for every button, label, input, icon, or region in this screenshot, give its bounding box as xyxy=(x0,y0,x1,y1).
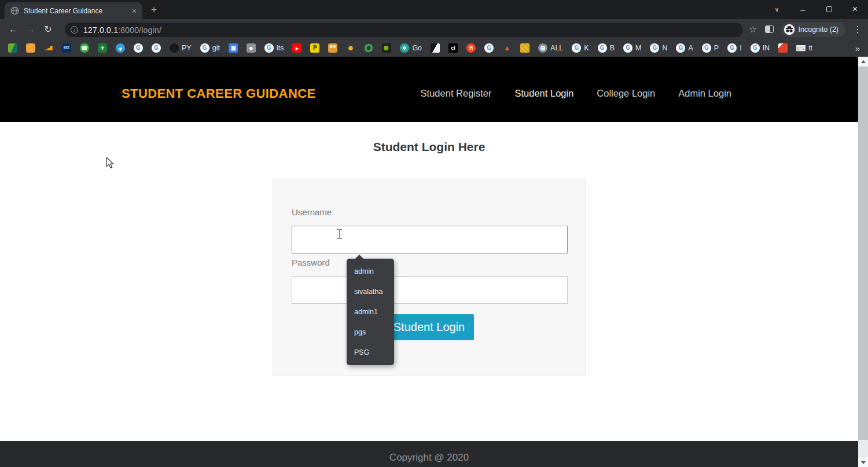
username-field[interactable] xyxy=(292,226,568,253)
new-tab-button[interactable]: + xyxy=(147,3,161,17)
tab-close-icon[interactable]: × xyxy=(132,7,137,15)
google-icon: G xyxy=(152,43,161,53)
youtube-icon: ▶ xyxy=(292,43,301,53)
bookmark-item[interactable] xyxy=(382,43,391,53)
back-icon[interactable]: ← xyxy=(5,24,22,35)
bookmark-item[interactable]: P xyxy=(310,43,319,53)
nav-student-login[interactable]: Student Login xyxy=(515,88,574,99)
site-info-icon[interactable]: i xyxy=(71,26,78,34)
side-panel-icon[interactable] xyxy=(765,25,774,33)
bookmark-item[interactable]: G IN xyxy=(751,43,770,53)
bookmark-item[interactable]: G xyxy=(484,43,494,53)
bookmark-item[interactable]: G xyxy=(134,43,143,53)
typewriter-icon: ⌨ xyxy=(796,43,806,53)
blue-frame-icon: ▤ xyxy=(229,43,238,53)
scrollbar-thumb[interactable] xyxy=(858,67,868,440)
window-controls: ∨ – × xyxy=(764,0,868,19)
scroll-down-arrow[interactable] xyxy=(858,458,868,467)
url-text[interactable]: 127.0.0.1:8000/login/ xyxy=(83,25,161,35)
nav-student-register[interactable]: Student Register xyxy=(421,88,492,99)
site-footer: Copyright @ 2020 xyxy=(0,441,858,467)
bookmark-item[interactable]: PY xyxy=(170,43,192,53)
cart-icon xyxy=(346,43,355,53)
bookmark-item[interactable] xyxy=(346,43,355,53)
bookmark-item[interactable]: ▶ xyxy=(292,43,301,53)
google-icon: G xyxy=(264,43,274,53)
nav-college-login[interactable]: College Login xyxy=(597,88,655,99)
bookmark-label: git xyxy=(212,44,220,52)
bookmark-item[interactable]: G N xyxy=(650,43,667,53)
bookmark-item[interactable] xyxy=(328,43,337,53)
bookmark-item[interactable] xyxy=(778,43,788,53)
student-login-button[interactable]: Student Login xyxy=(384,314,474,340)
bookmark-item[interactable]: ☎ xyxy=(80,43,89,53)
bookmark-item[interactable]: Go xyxy=(400,43,422,53)
address-bar[interactable]: i 127.0.0.1:8000/login/ xyxy=(65,23,743,37)
site-brand[interactable]: STUDENT CAREER GUIDANCE xyxy=(122,86,316,101)
bookmark-item[interactable]: Я xyxy=(466,43,476,53)
browser-tab[interactable]: Student Career Guidance × xyxy=(5,2,142,19)
bookmark-label: its xyxy=(277,44,284,52)
bookmark-item[interactable]: G git xyxy=(200,43,220,53)
bookmark-item[interactable] xyxy=(8,43,17,53)
bookmark-item[interactable]: ▲ xyxy=(502,43,512,53)
bookmark-item[interactable]: G P xyxy=(702,43,719,53)
autocomplete-option[interactable]: admin1 xyxy=(347,301,394,322)
ibeam-cursor-icon xyxy=(336,229,343,240)
bookmark-item[interactable]: ⊕ ALL xyxy=(538,43,563,53)
url-host: 127.0.0.1 xyxy=(83,25,118,35)
bookmark-star-icon[interactable]: ☆ xyxy=(749,24,757,35)
password-field[interactable] xyxy=(292,276,568,304)
bookmark-label: ALL xyxy=(550,44,563,52)
bookmark-label: Go xyxy=(412,44,422,52)
page-scrollbar[interactable] xyxy=(858,57,868,467)
scroll-up-arrow[interactable] xyxy=(858,57,868,66)
bookmark-item[interactable]: ▶ xyxy=(116,43,125,53)
reload-icon[interactable]: ↻ xyxy=(39,24,57,35)
bookmark-item[interactable]: G I xyxy=(727,43,741,53)
google-icon: G xyxy=(727,43,737,53)
orange-hexagon-icon xyxy=(26,43,35,53)
bookmark-item[interactable]: IEEE xyxy=(62,43,71,53)
window-minimize-button[interactable]: – xyxy=(790,0,816,19)
bookmark-item[interactable]: ▤ xyxy=(229,43,238,53)
bookmark-item[interactable]: G A xyxy=(676,43,693,53)
bookmark-item[interactable] xyxy=(431,43,440,53)
bookmark-label: I xyxy=(740,44,741,52)
autocomplete-option[interactable]: admin xyxy=(347,261,394,281)
bookmark-item[interactable]: ▁▄█ xyxy=(44,43,53,53)
bookmark-item[interactable]: G M xyxy=(623,43,641,53)
bookmark-item[interactable]: ⌨ tt xyxy=(796,43,812,53)
bookmark-item[interactable] xyxy=(520,43,529,53)
go-circle-icon xyxy=(400,43,409,53)
bookmark-item[interactable] xyxy=(247,43,256,53)
bookmark-label: IN xyxy=(763,44,770,52)
bookmark-item[interactable]: G B xyxy=(598,43,615,53)
autocomplete-option[interactable]: pgs xyxy=(347,322,394,343)
google-icon: G xyxy=(650,43,659,53)
window-maximize-button[interactable] xyxy=(816,0,842,19)
craigslist-icon: cl xyxy=(448,43,458,53)
bookmark-label: tt xyxy=(808,44,812,52)
bookmark-item[interactable] xyxy=(364,43,373,53)
browser-menu-icon[interactable]: ⋮ xyxy=(853,24,862,35)
tab-search-chevron-icon[interactable]: ∨ xyxy=(764,0,790,19)
tab-title: Student Career Guidance xyxy=(24,7,127,15)
bookmarks-bar: ▁▄█ IEEE ☎ + ▶ G G PY xyxy=(0,39,868,57)
bookmark-item[interactable]: G its xyxy=(264,43,284,53)
autocomplete-option[interactable]: PSG xyxy=(347,343,394,363)
nav-admin-login[interactable]: Admin Login xyxy=(678,88,731,99)
github-icon xyxy=(170,43,179,53)
bookmark-item[interactable]: G K xyxy=(572,43,589,53)
google-icon: G xyxy=(751,43,760,53)
window-close-button[interactable]: × xyxy=(842,0,868,19)
bookmark-item[interactable]: + xyxy=(98,43,107,53)
ieee-icon: IEEE xyxy=(62,43,71,53)
bookmarks-overflow-chevron[interactable]: » xyxy=(855,43,860,53)
autocomplete-option[interactable]: sivalatha xyxy=(347,281,394,301)
bookmark-item[interactable]: G xyxy=(152,43,161,53)
down-triangle-icon xyxy=(861,461,866,464)
bookmark-item[interactable]: cl xyxy=(448,43,458,53)
forward-icon[interactable]: → xyxy=(22,24,39,35)
bookmark-item[interactable] xyxy=(26,43,35,53)
